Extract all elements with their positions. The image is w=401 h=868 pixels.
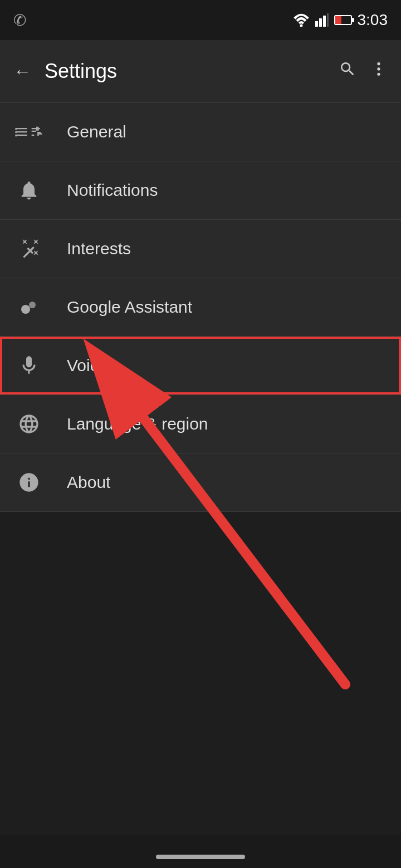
general-icon bbox=[13, 116, 45, 147]
svg-point-7 bbox=[377, 73, 380, 76]
more-options-button[interactable] bbox=[365, 56, 392, 87]
settings-item-about[interactable]: About bbox=[0, 453, 401, 511]
notifications-icon bbox=[13, 175, 45, 206]
google-assistant-label: Google Assistant bbox=[67, 298, 192, 317]
interests-icon bbox=[13, 233, 45, 264]
settings-item-voice[interactable]: Voice bbox=[0, 337, 401, 394]
globe-icon bbox=[13, 408, 45, 440]
about-label: About bbox=[67, 473, 110, 492]
svg-rect-3 bbox=[323, 16, 326, 27]
general-label: General bbox=[67, 122, 126, 141]
home-indicator bbox=[156, 855, 245, 859]
svg-point-5 bbox=[377, 62, 380, 65]
settings-item-notifications[interactable]: Notifications bbox=[0, 161, 401, 219]
settings-item-interests[interactable]: Interests bbox=[0, 220, 401, 278]
divider-about bbox=[0, 511, 401, 512]
battery-icon bbox=[334, 15, 352, 25]
wifi-icon bbox=[293, 13, 310, 27]
status-bar: ✆ 3:03 bbox=[0, 0, 401, 40]
svg-point-6 bbox=[377, 67, 380, 70]
svg-rect-1 bbox=[315, 21, 318, 27]
notifications-label: Notifications bbox=[67, 181, 158, 200]
back-button[interactable]: ← bbox=[9, 57, 36, 86]
voice-label: Voice bbox=[67, 356, 107, 375]
svg-point-0 bbox=[300, 24, 302, 27]
google-assistant-icon bbox=[13, 292, 45, 323]
svg-point-10 bbox=[29, 302, 36, 308]
app-bar-actions bbox=[334, 56, 392, 87]
status-bar-left: ✆ bbox=[13, 11, 26, 29]
bottom-nav bbox=[0, 835, 401, 868]
app-bar: ← Settings bbox=[0, 40, 401, 102]
svg-point-9 bbox=[21, 305, 30, 314]
missed-call-icon: ✆ bbox=[13, 11, 26, 29]
signal-icon bbox=[315, 13, 329, 27]
settings-list: General Notifications Interests Go bbox=[0, 103, 401, 512]
status-bar-right: 3:03 bbox=[293, 11, 388, 29]
page-title: Settings bbox=[45, 60, 325, 83]
language-region-label: Language & region bbox=[67, 415, 208, 433]
svg-rect-4 bbox=[327, 13, 329, 27]
settings-item-language-region[interactable]: Language & region bbox=[0, 395, 401, 453]
search-button[interactable] bbox=[334, 56, 361, 87]
settings-item-google-assistant[interactable]: Google Assistant bbox=[0, 278, 401, 336]
info-icon bbox=[13, 467, 45, 498]
interests-label: Interests bbox=[67, 239, 131, 258]
settings-item-general[interactable]: General bbox=[0, 103, 401, 161]
mic-icon bbox=[13, 350, 45, 381]
status-time: 3:03 bbox=[358, 11, 388, 29]
svg-rect-2 bbox=[319, 18, 322, 27]
